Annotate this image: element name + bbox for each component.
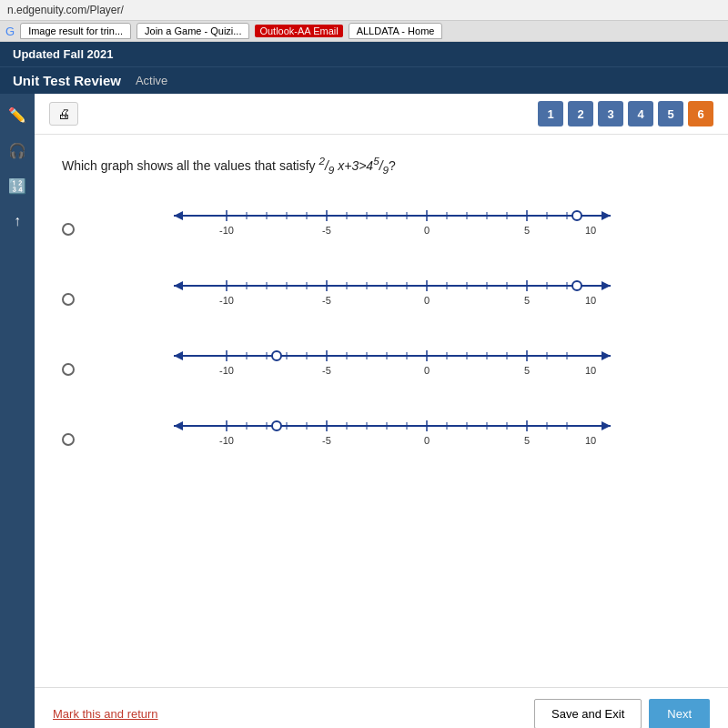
svg-text:-10: -10 — [219, 365, 234, 376]
svg-marker-82 — [174, 421, 183, 430]
option-2: -10 -5 0 5 10 — [62, 266, 701, 319]
svg-point-80 — [272, 351, 281, 360]
q-num-2[interactable]: 2 — [568, 101, 593, 126]
sidebar-headphone-icon[interactable]: 🎧 — [5, 138, 30, 163]
svg-point-26 — [572, 211, 581, 220]
svg-marker-29 — [602, 281, 611, 290]
svg-marker-2 — [602, 211, 611, 220]
save-exit-button[interactable]: Save and Exit — [534, 699, 642, 728]
svg-text:5: 5 — [524, 435, 530, 446]
svg-text:-5: -5 — [322, 365, 331, 376]
q-num-1[interactable]: 1 — [538, 101, 563, 126]
svg-text:-10: -10 — [219, 295, 234, 306]
bottom-bar: Mark this and return Save and Exit Next — [35, 687, 728, 728]
svg-text:0: 0 — [424, 435, 430, 446]
q-num-6[interactable]: 6 — [688, 101, 713, 126]
svg-text:-5: -5 — [322, 435, 331, 446]
svg-text:5: 5 — [524, 365, 530, 376]
svg-text:5: 5 — [524, 225, 530, 236]
svg-text:0: 0 — [424, 295, 430, 306]
math-expression: 2/9 x+3>45/9 — [318, 158, 389, 173]
question-toolbar: 🖨 1 2 3 4 5 6 — [35, 94, 728, 135]
sidebar: ✏️ 🎧 🔢 ↑ — [0, 94, 35, 728]
question-text: Which graph shows all the values that sa… — [62, 153, 701, 177]
svg-text:-5: -5 — [322, 225, 331, 236]
svg-text:-10: -10 — [219, 225, 234, 236]
unit-title: Unit Test Review — [13, 73, 121, 88]
main-container: ✏️ 🎧 🔢 ↑ 🖨 1 2 3 4 5 6 Which graph shows… — [0, 94, 728, 728]
number-line-4: -10 -5 0 5 10 — [84, 406, 701, 460]
tab-2[interactable]: Join a Game - Quizi... — [136, 23, 249, 39]
semester-label: Updated Fall 2021 — [0, 42, 728, 66]
q-num-4[interactable]: 4 — [628, 101, 653, 126]
browser-url: n.edgenuity.com/Player/ — [0, 0, 728, 21]
option-1: -10 -5 0 5 10 — [62, 196, 701, 249]
svg-marker-28 — [174, 281, 183, 290]
number-line-1: -10 -5 0 5 10 — [84, 196, 701, 249]
option-4: -10 -5 0 5 10 — [62, 406, 701, 460]
svg-text:10: 10 — [585, 435, 596, 446]
radio-2[interactable] — [62, 293, 75, 306]
svg-marker-1 — [174, 211, 183, 220]
svg-point-53 — [572, 281, 581, 290]
sidebar-calculator-icon[interactable]: 🔢 — [5, 174, 30, 198]
number-line-3: -10 -5 0 5 10 — [84, 336, 701, 389]
svg-text:10: 10 — [585, 295, 596, 306]
svg-text:-5: -5 — [322, 295, 331, 306]
tab-bar: G Image result for trin... Join a Game -… — [0, 21, 728, 42]
radio-1[interactable] — [62, 223, 75, 236]
svg-point-107 — [272, 421, 281, 430]
q-num-3[interactable]: 3 — [598, 101, 623, 126]
svg-text:5: 5 — [524, 295, 530, 306]
sidebar-arrow-icon[interactable]: ↑ — [10, 209, 25, 233]
tab-4[interactable]: ALLDATA - Home — [349, 23, 443, 39]
tab-3[interactable]: Outlook-AA Email — [255, 25, 342, 37]
tab-1[interactable]: Image result for trin... — [20, 23, 131, 39]
q-num-5[interactable]: 5 — [658, 101, 683, 126]
svg-text:0: 0 — [424, 365, 430, 376]
svg-text:0: 0 — [424, 225, 430, 236]
question-number-group: 1 2 3 4 5 6 — [538, 101, 713, 126]
content-area: 🖨 1 2 3 4 5 6 Which graph shows all the … — [35, 94, 728, 728]
svg-text:-10: -10 — [219, 435, 234, 446]
svg-text:10: 10 — [585, 225, 596, 236]
title-bar: Unit Test Review Active — [0, 66, 728, 94]
next-button[interactable]: Next — [649, 699, 710, 728]
answer-options: -10 -5 0 5 10 — [62, 196, 701, 460]
radio-3[interactable] — [62, 363, 75, 376]
svg-marker-83 — [602, 421, 611, 430]
tab-google-icon: G — [5, 25, 15, 38]
sidebar-pencil-icon[interactable]: ✏️ — [5, 103, 30, 127]
bottom-buttons: Save and Exit Next — [534, 699, 710, 728]
svg-text:10: 10 — [585, 365, 596, 376]
number-line-2: -10 -5 0 5 10 — [84, 266, 701, 319]
radio-4[interactable] — [62, 433, 75, 446]
question-content: Which graph shows all the values that sa… — [35, 135, 728, 687]
mark-return-link[interactable]: Mark this and return — [53, 707, 158, 721]
svg-marker-55 — [174, 351, 183, 360]
status-badge: Active — [136, 74, 167, 87]
print-button[interactable]: 🖨 — [49, 102, 78, 126]
svg-marker-56 — [602, 351, 611, 360]
option-3: -10 -5 0 5 10 — [62, 336, 701, 389]
